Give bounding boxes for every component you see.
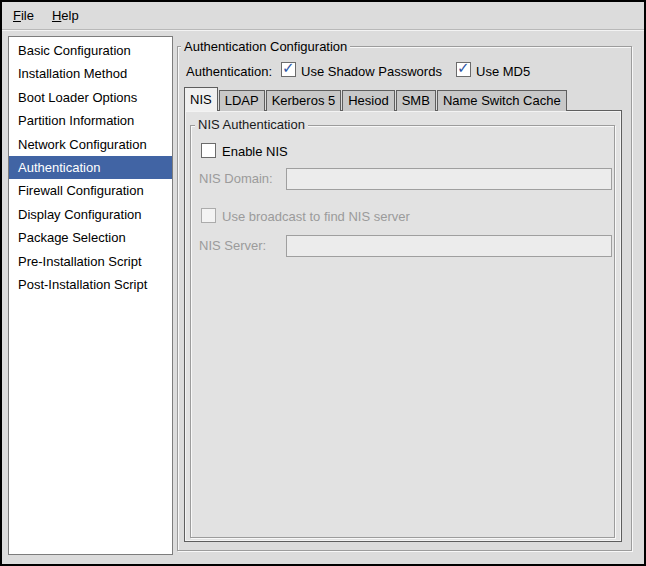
nis-domain-label: NIS Domain: — [199, 171, 273, 186]
menu-help[interactable]: Help — [43, 5, 88, 26]
sidebar-item-package-selection[interactable]: Package Selection — [9, 226, 172, 249]
tab-nis[interactable]: NIS — [184, 87, 218, 111]
authentication-label: Authentication: — [186, 64, 272, 79]
authentication-configuration-frame-title: Authentication Configuration — [181, 39, 350, 54]
sidebar-item-boot-loader-options[interactable]: Boot Loader Options — [9, 86, 172, 109]
sidebar-item-authentication[interactable]: Authentication — [9, 156, 172, 179]
sidebar-item-basic-configuration[interactable]: Basic Configuration — [9, 39, 172, 62]
menu-file-label: File — [13, 8, 34, 23]
use-shadow-passwords-label[interactable]: Use Shadow Passwords — [301, 64, 442, 79]
tab-ldap[interactable]: LDAP — [219, 90, 265, 111]
menu-bar: File Help — [2, 2, 644, 29]
tab-kerberos-5[interactable]: Kerberos 5 — [266, 90, 342, 111]
sidebar-item-firewall-configuration[interactable]: Firewall Configuration — [9, 179, 172, 202]
use-md5-checkbox[interactable]: ✓ — [456, 62, 471, 77]
nis-authentication-frame-title: NIS Authentication — [195, 117, 308, 132]
tab-smb[interactable]: SMB — [396, 90, 436, 111]
tab-hesiod[interactable]: Hesiod — [342, 90, 394, 111]
use-broadcast-checkbox[interactable]: ✓ — [201, 208, 216, 223]
menu-help-label: Help — [52, 8, 79, 23]
tab-name-switch-cache[interactable]: Name Switch Cache — [437, 90, 567, 111]
nis-server-input[interactable] — [286, 235, 612, 257]
use-broadcast-label[interactable]: Use broadcast to find NIS server — [222, 209, 410, 224]
checkmark-icon: ✓ — [457, 59, 470, 77]
sidebar-item-display-configuration[interactable]: Display Configuration — [9, 203, 172, 226]
sidebar-item-partition-information[interactable]: Partition Information — [9, 109, 172, 132]
use-md5-label[interactable]: Use MD5 — [476, 64, 530, 79]
nis-domain-input[interactable] — [286, 168, 612, 190]
menu-bar-separator — [2, 29, 644, 31]
sidebar-item-post-installation-script[interactable]: Post-Installation Script — [9, 273, 172, 296]
checkmark-icon: ✓ — [282, 59, 295, 77]
enable-nis-label[interactable]: Enable NIS — [222, 144, 288, 159]
sidebar-item-network-configuration[interactable]: Network Configuration — [9, 133, 172, 156]
sidebar-item-installation-method[interactable]: Installation Method — [9, 62, 172, 85]
sidebar-item-pre-installation-script[interactable]: Pre-Installation Script — [9, 250, 172, 273]
menu-file[interactable]: File — [4, 5, 43, 26]
tab-bar: NISLDAPKerberos 5HesiodSMBName Switch Ca… — [184, 87, 567, 111]
use-shadow-passwords-checkbox[interactable]: ✓ — [281, 62, 296, 77]
nis-server-label: NIS Server: — [199, 238, 266, 253]
enable-nis-checkbox[interactable]: ✓ — [201, 143, 216, 158]
kickstart-configurator-window: File Help Basic ConfigurationInstallatio… — [0, 0, 646, 566]
sidebar-list: Basic ConfigurationInstallation MethodBo… — [8, 36, 173, 555]
